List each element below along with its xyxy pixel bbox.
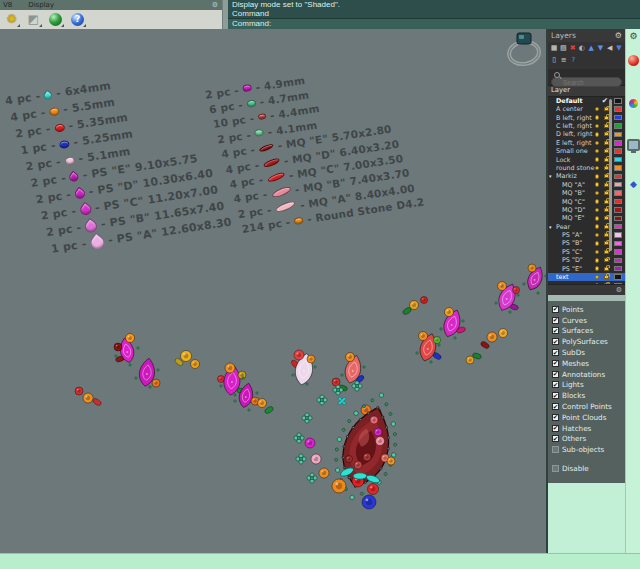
visibility-bulb-icon[interactable]: [595, 250, 600, 255]
layer-row[interactable]: E left, right: [548, 139, 625, 147]
layer-row[interactable]: Default✔: [548, 97, 625, 105]
expand-arrow-icon[interactable]: ▾: [549, 173, 552, 179]
filter-checkbox[interactable]: ✔: [552, 425, 559, 432]
filter-checkbox[interactable]: ✔: [552, 349, 559, 356]
ring-object[interactable]: [502, 30, 546, 68]
display-sphere-icon[interactable]: [47, 11, 64, 27]
delete-layer-icon[interactable]: ✖: [569, 44, 577, 53]
visibility-bulb-icon[interactable]: [595, 132, 600, 137]
layer-row[interactable]: B left, right: [548, 113, 625, 121]
lock-icon[interactable]: [604, 275, 609, 279]
layers-search-input[interactable]: [551, 77, 622, 87]
layer-row[interactable]: MQ "C": [548, 197, 625, 205]
lock-icon[interactable]: [604, 267, 609, 271]
layer-color-swatch[interactable]: [614, 132, 622, 138]
visibility-bulb-icon[interactable]: [595, 115, 600, 120]
filter-checkbox[interactable]: ✔: [552, 435, 559, 442]
layer-row[interactable]: [548, 281, 625, 284]
layer-color-swatch[interactable]: [614, 199, 622, 205]
layer-row[interactable]: Small one: [548, 147, 625, 155]
layer-row[interactable]: PS "D": [548, 256, 625, 264]
layer-row[interactable]: text: [548, 273, 625, 281]
visibility-bulb-icon[interactable]: [595, 174, 600, 179]
layer-row[interactable]: ▾Markiz: [548, 172, 625, 180]
layer-color-swatch[interactable]: [614, 174, 622, 180]
layer-row[interactable]: PS "A": [548, 231, 625, 239]
necklace-model[interactable]: [0, 29, 546, 553]
layer-row[interactable]: PS "C": [548, 248, 625, 256]
visibility-bulb-icon[interactable]: [595, 199, 600, 204]
filter-checkbox[interactable]: ✔: [552, 327, 559, 334]
move-down-icon[interactable]: ▼: [596, 44, 604, 53]
layer-color-swatch[interactable]: [614, 224, 622, 230]
layer-color-swatch[interactable]: [614, 283, 622, 285]
layer-color-swatch[interactable]: [614, 190, 622, 196]
visibility-bulb-icon[interactable]: [595, 241, 600, 246]
layers-gear-icon[interactable]: ⚙: [615, 31, 622, 40]
display-color-wheel-icon[interactable]: [628, 98, 639, 109]
filter-funnel-icon[interactable]: ▼: [615, 44, 623, 53]
layer-row[interactable]: PS "B": [548, 239, 625, 247]
gumball-tool-icon[interactable]: ◩: [25, 11, 42, 27]
gear-icon[interactable]: ⚙: [626, 31, 640, 41]
snap-burst-icon[interactable]: ✺: [3, 11, 20, 27]
layer-row[interactable]: ▾Pear: [548, 223, 625, 231]
filter-checkbox[interactable]: ✔: [552, 360, 559, 367]
layer-row[interactable]: Lock: [548, 155, 625, 163]
panel-box-icon[interactable]: ▯: [550, 56, 559, 65]
layer-row[interactable]: MQ "D": [548, 206, 625, 214]
layer-row[interactable]: D left, right: [548, 130, 625, 138]
layer-color-swatch[interactable]: [614, 274, 622, 280]
filter-checkbox[interactable]: ✔: [552, 414, 559, 421]
toolbar-gear-icon[interactable]: ⚙: [212, 2, 218, 9]
visibility-bulb-icon[interactable]: [595, 141, 600, 146]
layer-color-swatch[interactable]: [614, 266, 622, 272]
visibility-bulb-icon[interactable]: [595, 224, 600, 229]
layer-color-swatch[interactable]: [614, 98, 622, 104]
layer-color-swatch[interactable]: [614, 232, 622, 238]
lock-icon[interactable]: [604, 258, 609, 262]
layer-color-swatch[interactable]: [614, 123, 622, 129]
filter-checkbox[interactable]: ✔: [552, 446, 559, 453]
layer-row[interactable]: C left, right: [548, 122, 625, 130]
collapse-all-icon[interactable]: ◀: [606, 44, 614, 53]
new-sublayer-icon[interactable]: ▧: [559, 44, 567, 53]
layer-help-icon[interactable]: ?: [569, 56, 578, 65]
filter-checkbox[interactable]: ✔: [552, 371, 559, 378]
filter-checkbox[interactable]: ✔: [552, 465, 559, 472]
layer-row[interactable]: MQ "A": [548, 181, 625, 189]
expand-arrow-icon[interactable]: ▾: [549, 224, 552, 230]
display-toolbar-titlebar[interactable]: V8 Display ⚙: [0, 0, 222, 10]
visibility-bulb-icon[interactable]: [595, 182, 600, 187]
filter-checkbox[interactable]: ✔: [552, 403, 559, 410]
match-layer-icon[interactable]: ◐: [578, 44, 586, 53]
layer-color-swatch[interactable]: [614, 249, 622, 255]
layer-color-swatch[interactable]: [614, 216, 622, 222]
layer-color-swatch[interactable]: [614, 157, 622, 163]
visibility-bulb-icon[interactable]: [595, 157, 600, 162]
layer-row[interactable]: A center: [548, 105, 625, 113]
monitor-tab-icon[interactable]: [627, 139, 640, 151]
layer-row[interactable]: round stone: [548, 164, 625, 172]
perspective-viewport[interactable]: 4 pc -- 6x4mm4 pc -- 5.5mm2 pc -- 5.35mm…: [0, 29, 548, 553]
layer-color-swatch[interactable]: [614, 115, 622, 121]
filter-checkbox[interactable]: ✔: [552, 306, 559, 313]
layer-color-swatch[interactable]: [614, 258, 622, 264]
filter-checkbox[interactable]: ✔: [552, 317, 559, 324]
new-layer-icon[interactable]: ▦: [550, 44, 558, 53]
layer-row[interactable]: PS "E": [548, 264, 625, 272]
layer-row[interactable]: MQ "E": [548, 214, 625, 222]
help-sphere-icon[interactable]: ?: [69, 11, 86, 27]
properties-tab-icon[interactable]: [628, 55, 639, 66]
visibility-bulb-icon[interactable]: [595, 216, 600, 221]
lock-icon[interactable]: [604, 250, 609, 254]
layer-color-swatch[interactable]: [614, 182, 622, 188]
layer-color-swatch[interactable]: [614, 165, 622, 171]
layer-color-swatch[interactable]: [614, 140, 622, 146]
layer-color-swatch[interactable]: [614, 241, 622, 247]
visibility-bulb-icon[interactable]: [595, 266, 600, 271]
visibility-bulb-icon[interactable]: [595, 258, 600, 263]
layer-row[interactable]: MQ "B": [548, 189, 625, 197]
help-tab-icon[interactable]: ◆: [626, 179, 640, 190]
list-view-icon[interactable]: ≡: [560, 56, 569, 65]
